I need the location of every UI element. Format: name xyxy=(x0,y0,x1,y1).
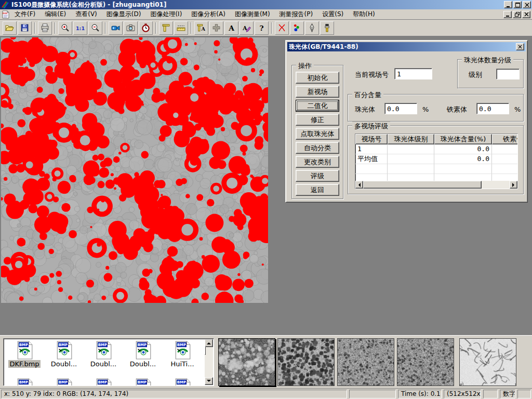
menu-item[interactable]: 设置(S) xyxy=(317,9,348,20)
timer-button[interactable] xyxy=(139,21,153,35)
measure-text-button[interactable]: A xyxy=(194,21,208,35)
particles-button[interactable] xyxy=(290,21,304,35)
status-empty-1 xyxy=(349,390,396,398)
file-item[interactable]: BMPHuiTi... xyxy=(163,341,202,368)
photo-camera-button[interactable] xyxy=(124,21,138,35)
svg-text:BMP: BMP xyxy=(177,380,186,384)
thumbnail-2[interactable] xyxy=(277,338,335,386)
zoom-in-button[interactable] xyxy=(58,21,72,35)
operation-button-5[interactable]: 点取珠光体 xyxy=(296,128,339,140)
table-row[interactable]: 平均值0.0 xyxy=(355,154,517,164)
zoom-out-icon xyxy=(91,23,100,32)
table-row[interactable]: 10.0 xyxy=(355,144,517,154)
menu-item[interactable]: 文件(F) xyxy=(10,9,40,20)
ferrite-input[interactable] xyxy=(476,103,509,114)
file-item[interactable]: BMPDoubl... xyxy=(44,341,84,368)
menu-item[interactable]: 查看(V) xyxy=(71,9,102,20)
thumbnail-5[interactable] xyxy=(459,338,516,386)
menu-item[interactable]: 图像显示(D) xyxy=(102,9,146,20)
scroll-right-button[interactable] xyxy=(510,181,517,189)
curve-button[interactable] xyxy=(275,21,289,35)
close-icon xyxy=(525,3,529,7)
operation-button-9[interactable]: 返回 xyxy=(296,184,339,196)
mdi-restore-button[interactable] xyxy=(513,11,521,18)
menu-item[interactable]: 帮助(H) xyxy=(348,9,379,20)
file-name: Doubl... xyxy=(89,360,117,368)
document-icon[interactable]: DOC xyxy=(2,10,10,19)
menu-item[interactable]: 编辑(E) xyxy=(40,9,71,20)
operation-button-2[interactable]: 新视场 xyxy=(296,86,339,98)
mdi-close-button[interactable] xyxy=(522,11,530,18)
file-item[interactable]: BMP xyxy=(123,378,163,386)
zoom-out-button[interactable] xyxy=(88,21,102,35)
open-button[interactable] xyxy=(3,21,17,35)
file-item[interactable]: BMPDoubl... xyxy=(84,341,123,368)
table-column-header[interactable]: 铁素体含量(%) xyxy=(492,134,518,144)
hscroll-thumb[interactable] xyxy=(363,181,482,189)
operation-button-6[interactable]: 自动分类 xyxy=(296,142,339,154)
app-window: IS100显微摄像系统(金相分析版) - [zhuguangti01] DOC … xyxy=(0,0,532,399)
photo-camera-icon xyxy=(126,23,135,32)
vscroll-thumb[interactable] xyxy=(205,347,206,355)
video-camera-button[interactable] xyxy=(109,21,123,35)
annotate-button[interactable]: A xyxy=(240,21,254,35)
file-item[interactable]: BMPDKF.bmp xyxy=(5,341,44,368)
menu-item[interactable]: 图像分析(A) xyxy=(187,9,230,20)
operation-button-8[interactable]: 评级 xyxy=(296,170,339,182)
print-button[interactable] xyxy=(38,21,52,35)
dialog-close-button[interactable] xyxy=(516,43,524,50)
operation-button-1[interactable]: 初始化 xyxy=(296,72,339,84)
file-item[interactable]: BMP xyxy=(44,378,84,386)
actual-size-button[interactable]: 1:1 xyxy=(73,21,87,35)
file-item[interactable]: BMP xyxy=(84,378,123,386)
thumbnail-3[interactable] xyxy=(337,338,394,386)
close-button[interactable] xyxy=(523,1,531,8)
scroll-left-button[interactable] xyxy=(355,181,363,189)
scroll-up-button[interactable] xyxy=(205,339,213,347)
thumbnail-4[interactable] xyxy=(397,338,454,386)
svg-text:BMP: BMP xyxy=(138,343,147,347)
help-button[interactable]: ? xyxy=(255,21,269,35)
mdi-minimize-button[interactable] xyxy=(503,11,512,18)
pen-button[interactable] xyxy=(305,21,319,35)
grade-input[interactable] xyxy=(496,69,520,79)
caliper-button[interactable] xyxy=(159,21,173,35)
file-item[interactable]: BMP xyxy=(5,378,44,386)
grading-group-label: 珠光体数量分级 xyxy=(462,56,513,65)
table-row[interactable] xyxy=(355,164,517,174)
save-button[interactable] xyxy=(18,21,32,35)
current-field-input[interactable] xyxy=(394,68,432,79)
bmp-file-icon: BMP xyxy=(16,378,33,386)
minimize-button[interactable] xyxy=(504,1,512,8)
table-column-header[interactable]: 珠光体级别 xyxy=(388,134,434,144)
actual-size-icon: 1:1 xyxy=(76,23,85,32)
table-column-header[interactable]: 视场号 xyxy=(355,134,388,144)
specimen-image[interactable] xyxy=(1,37,268,303)
menu-item[interactable]: 图像测量(M) xyxy=(230,9,275,20)
svg-text:A: A xyxy=(228,24,234,32)
bmp-file-icon: BMP xyxy=(134,341,152,360)
ruler-button[interactable] xyxy=(174,21,188,35)
file-item[interactable]: BMP xyxy=(163,378,202,386)
maximize-button[interactable] xyxy=(513,1,522,8)
brush-button[interactable] xyxy=(320,21,334,35)
pearlite-dialog: 珠光体(GB/T9441-88) 操作 初始化新视场二值化修正点取珠光体自动分类… xyxy=(285,40,528,203)
merge-button[interactable] xyxy=(209,21,223,35)
table-column-header[interactable]: 珠光体含量(%) xyxy=(434,134,492,144)
svg-text:BMP: BMP xyxy=(98,343,107,347)
scroll-down-button[interactable] xyxy=(205,377,213,385)
status-image-size: (512x512x24) xyxy=(444,390,481,398)
dialog-title-bar[interactable]: 珠光体(GB/T9441-88) xyxy=(287,42,526,51)
operation-button-4[interactable]: 修正 xyxy=(296,114,339,126)
pearlite-input[interactable] xyxy=(384,103,417,114)
operation-button-7[interactable]: 更改类别 xyxy=(296,156,339,168)
thumbnail-1[interactable] xyxy=(218,338,275,386)
file-list-vscrollbar[interactable] xyxy=(205,339,213,385)
operation-button-3[interactable]: 二值化 xyxy=(296,100,339,112)
menu-item[interactable]: 图像处理(I) xyxy=(145,9,187,20)
table-hscrollbar[interactable] xyxy=(355,181,517,189)
text-button[interactable]: A xyxy=(224,21,238,35)
menu-item[interactable]: 测量报告(P) xyxy=(275,9,318,20)
file-item[interactable]: BMPDoubl... xyxy=(123,341,163,368)
status-mode: 数字 xyxy=(500,390,515,398)
